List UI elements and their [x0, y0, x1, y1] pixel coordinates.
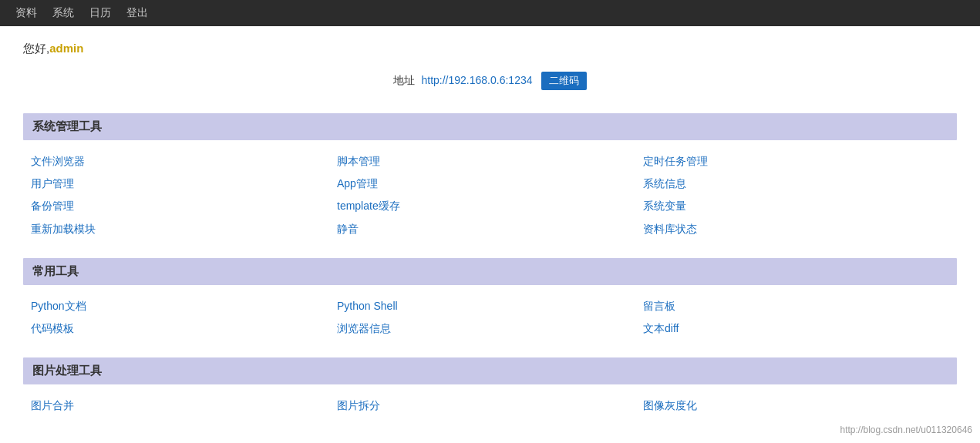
section-col-0-1: 脚本管理App管理template缓存静音 [337, 152, 643, 239]
sections-container: 系统管理工具文件浏览器用户管理备份管理重新加载模块脚本管理App管理templa… [23, 113, 957, 415]
section-body-2: 图片合并图片拆分图像灰度化 [23, 396, 957, 415]
qrcode-button[interactable]: 二维码 [541, 72, 587, 90]
section-body-0: 文件浏览器用户管理备份管理重新加载模块脚本管理App管理template缓存静音… [23, 152, 957, 239]
tool-link-0-0-3[interactable]: 重新加载模块 [31, 220, 337, 239]
tool-link-0-2-3[interactable]: 资料库状态 [643, 220, 949, 239]
tool-link-2-0-0[interactable]: 图片合并 [31, 396, 337, 415]
section-col-1-1: Python Shell浏览器信息 [337, 297, 643, 338]
tool-link-1-2-0[interactable]: 留言板 [643, 297, 949, 316]
address-bar: 地址 http://192.168.0.6:1234 二维码 [23, 72, 957, 90]
tool-link-0-2-0[interactable]: 定时任务管理 [643, 152, 949, 171]
tool-link-1-0-0[interactable]: Python文档 [31, 297, 337, 316]
nav-item-日历[interactable]: 日历 [89, 6, 111, 20]
tool-link-0-2-2[interactable]: 系统变量 [643, 196, 949, 216]
section-col-0-2: 定时任务管理系统信息系统变量资料库状态 [643, 152, 949, 239]
greeting-username: admin [49, 42, 83, 55]
tool-link-0-2-1[interactable]: 系统信息 [643, 174, 949, 193]
top-nav: 资料系统日历登出 [0, 0, 980, 26]
nav-item-登出[interactable]: 登出 [126, 6, 148, 20]
section-0: 系统管理工具文件浏览器用户管理备份管理重新加载模块脚本管理App管理templa… [23, 113, 957, 239]
address-label: 地址 [393, 74, 415, 86]
tool-link-0-0-1[interactable]: 用户管理 [31, 174, 337, 193]
section-body-1: Python文档代码模板Python Shell浏览器信息留言板文本diff [23, 297, 957, 338]
tool-link-0-1-0[interactable]: 脚本管理 [337, 152, 643, 171]
section-col-2-0: 图片合并 [31, 396, 337, 415]
watermark: http://blog.csdn.net/u011320646 [840, 425, 972, 435]
tool-link-2-2-0[interactable]: 图像灰度化 [643, 396, 949, 415]
section-col-1-2: 留言板文本diff [643, 297, 949, 338]
tool-link-2-1-0[interactable]: 图片拆分 [337, 396, 643, 415]
address-url[interactable]: http://192.168.0.6:1234 [421, 74, 532, 86]
tool-link-1-1-1[interactable]: 浏览器信息 [337, 319, 643, 338]
tool-link-0-0-0[interactable]: 文件浏览器 [31, 152, 337, 171]
section-2: 图片处理工具图片合并图片拆分图像灰度化 [23, 357, 957, 415]
tool-link-1-0-1[interactable]: 代码模板 [31, 319, 337, 338]
section-header-0: 系统管理工具 [23, 113, 957, 140]
tool-link-0-1-3[interactable]: 静音 [337, 220, 643, 239]
nav-item-系统[interactable]: 系统 [52, 6, 74, 20]
section-1: 常用工具Python文档代码模板Python Shell浏览器信息留言板文本di… [23, 258, 957, 338]
tool-link-0-1-2[interactable]: template缓存 [337, 196, 643, 216]
section-col-2-1: 图片拆分 [337, 396, 643, 415]
section-col-0-0: 文件浏览器用户管理备份管理重新加载模块 [31, 152, 337, 239]
section-header-1: 常用工具 [23, 258, 957, 285]
greeting: 您好,admin [23, 42, 957, 56]
tool-link-1-2-1[interactable]: 文本diff [643, 319, 949, 338]
tool-link-0-1-1[interactable]: App管理 [337, 174, 643, 193]
tool-link-1-1-0[interactable]: Python Shell [337, 297, 643, 316]
nav-item-资料[interactable]: 资料 [15, 6, 37, 20]
main-content: 您好,admin 地址 http://192.168.0.6:1234 二维码 … [0, 26, 980, 443]
section-col-2-2: 图像灰度化 [643, 396, 949, 415]
section-col-1-0: Python文档代码模板 [31, 297, 337, 338]
tool-link-0-0-2[interactable]: 备份管理 [31, 196, 337, 216]
greeting-prefix: 您好, [23, 42, 49, 55]
section-header-2: 图片处理工具 [23, 357, 957, 384]
